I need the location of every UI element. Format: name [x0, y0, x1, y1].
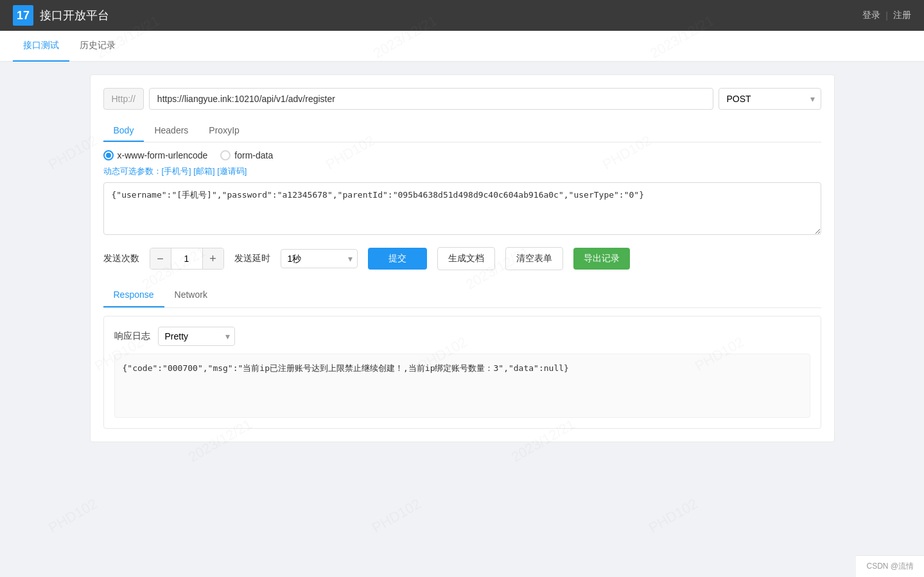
- url-input[interactable]: [149, 88, 713, 110]
- logo-icon: 17: [13, 5, 33, 26]
- counter-input[interactable]: [171, 248, 203, 269]
- response-section: Response Network 响应日志 Pretty Raw Preview…: [103, 283, 821, 429]
- delay-select-wrapper: 1秒 2秒 3秒 5秒 10秒: [281, 249, 358, 268]
- url-row: Http:// POST GET PUT DELETE PATCH: [103, 88, 821, 110]
- response-content: {"code":"000700","msg":"当前ip已注册账号达到上限禁止继…: [114, 354, 810, 418]
- header-divider: |: [885, 10, 888, 21]
- main-card: Http:// POST GET PUT DELETE PATCH Body H…: [90, 74, 835, 442]
- response-log: 响应日志 Pretty Raw Preview {"code":"000700"…: [103, 316, 821, 429]
- radio-urlencoded-circle: [103, 150, 114, 160]
- hint-text: 动态可选参数：[手机号] [邮箱] [邀请码]: [103, 166, 821, 177]
- hint-params[interactable]: [手机号] [邮箱] [邀请码]: [162, 166, 247, 176]
- header-left: 17 接口开放平台: [13, 5, 109, 26]
- radio-formdata[interactable]: form-data: [220, 150, 273, 160]
- body-tab-headers[interactable]: Headers: [144, 120, 198, 142]
- delay-label: 发送延时: [234, 253, 270, 264]
- response-tab-response[interactable]: Response: [103, 283, 164, 307]
- counter-group: − +: [150, 248, 224, 270]
- body-tab-body[interactable]: Body: [103, 120, 144, 142]
- radio-group: x-www-form-urlencode form-data: [103, 150, 821, 160]
- response-tabs: Response Network: [103, 283, 821, 308]
- gen-doc-button[interactable]: 生成文档: [437, 247, 495, 270]
- nav-tab-history[interactable]: 历史记录: [69, 31, 126, 62]
- main-content: Http:// POST GET PUT DELETE PATCH Body H…: [77, 62, 848, 455]
- format-select[interactable]: Pretty Raw Preview: [158, 327, 235, 346]
- nav-tabs: 接口测试 历史记录: [0, 31, 924, 62]
- export-button[interactable]: 导出记录: [573, 248, 630, 270]
- login-link[interactable]: 登录: [862, 10, 880, 21]
- controls-row: 发送次数 − + 发送延时 1秒 2秒 3秒 5秒 10秒 提交 生成文档 清空…: [103, 247, 821, 270]
- submit-button[interactable]: 提交: [368, 248, 427, 270]
- header-title: 接口开放平台: [40, 8, 109, 23]
- radio-formdata-circle: [220, 150, 231, 160]
- header-right: 登录 | 注册: [862, 10, 911, 21]
- hint-label: 动态可选参数：: [103, 166, 162, 176]
- nav-tab-api-test[interactable]: 接口测试: [13, 31, 69, 62]
- header: 17 接口开放平台 登录 | 注册: [0, 0, 924, 31]
- radio-formdata-label: form-data: [234, 150, 273, 160]
- body-tab-proxyip[interactable]: ProxyIp: [198, 120, 249, 142]
- method-select[interactable]: POST GET PUT DELETE PATCH: [719, 88, 821, 110]
- response-tab-network[interactable]: Network: [164, 283, 218, 307]
- delay-select[interactable]: 1秒 2秒 3秒 5秒 10秒: [281, 249, 358, 268]
- counter-decrease-btn[interactable]: −: [150, 248, 171, 269]
- send-count-label: 发送次数: [103, 253, 139, 264]
- log-label: 响应日志: [114, 331, 150, 342]
- counter-increase-btn[interactable]: +: [203, 248, 223, 269]
- radio-urlencoded-label: x-www-form-urlencode: [118, 150, 208, 160]
- body-textarea[interactable]: [103, 182, 821, 235]
- radio-urlencoded[interactable]: x-www-form-urlencode: [103, 150, 208, 160]
- clear-button[interactable]: 清空表单: [505, 247, 563, 270]
- method-select-wrapper: POST GET PUT DELETE PATCH: [719, 88, 821, 110]
- register-link[interactable]: 注册: [893, 10, 911, 21]
- url-prefix: Http://: [103, 88, 144, 110]
- response-log-header: 响应日志 Pretty Raw Preview: [114, 327, 810, 346]
- body-tabs: Body Headers ProxyIp: [103, 120, 821, 142]
- format-select-wrapper: Pretty Raw Preview: [158, 327, 235, 346]
